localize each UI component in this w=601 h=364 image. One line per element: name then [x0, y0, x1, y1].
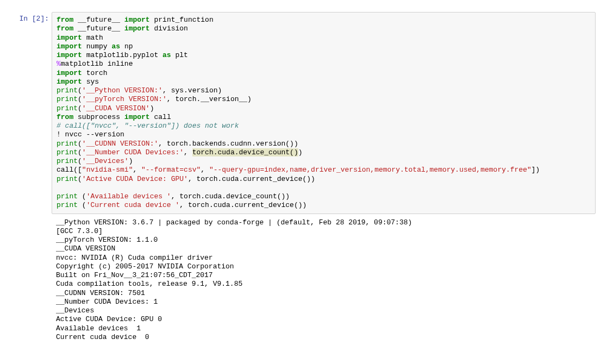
- code-line-21: print ('Available devices ', torch.cuda.…: [57, 192, 591, 201]
- input-prompt: In [2]:: [5, 12, 52, 214]
- output-line: __Devices: [56, 306, 591, 315]
- output-line: Copyright (c) 2005-2017 NVIDIA Corporati…: [56, 262, 591, 271]
- code-line-15: print('__CUDNN VERSION:', torch.backends…: [57, 140, 591, 148]
- code-line-19: print('Active CUDA Device: GPU', torch.c…: [57, 175, 591, 184]
- notebook-output-cell: __Python VERSION: 3.6.7 | packaged by co…: [5, 215, 596, 346]
- output-line: Available devices 1: [56, 324, 591, 333]
- code-line-16: print('__Number CUDA Devices:', torch.cu…: [57, 148, 591, 157]
- output-line: __CUDA VERSION: [56, 244, 591, 253]
- code-line-2: from __future__ import division: [57, 24, 591, 33]
- output-line: Built on Fri_Nov__3_21:07:56_CDT_2017: [56, 271, 591, 280]
- code-line-20: [57, 184, 591, 192]
- notebook-code-cell: In [2]: from __future__ import print_fun…: [5, 12, 596, 214]
- code-line-22: print ('Current cuda device ', torch.cud…: [57, 201, 591, 210]
- code-line-9: print('__Python VERSION:', sys.version): [57, 86, 591, 95]
- code-line-13: # call(["nvcc", "--version"]) does not w…: [57, 122, 591, 130]
- output-line: __Number CUDA Devices: 1: [56, 298, 591, 306]
- code-line-4: import numpy as np: [57, 42, 591, 51]
- code-line-12: from subprocess import call: [57, 113, 591, 122]
- output-line: [GCC 7.3.0]: [56, 227, 591, 236]
- code-line-6: %matplotlib inline: [57, 60, 591, 68]
- code-line-5: import matplotlib.pyplot as plt: [57, 51, 591, 60]
- output-line: __Python VERSION: 3.6.7 | packaged by co…: [56, 218, 591, 227]
- output-prompt: [5, 215, 52, 346]
- code-line-14: ! nvcc --version: [57, 130, 591, 139]
- code-line-1: from __future__ import print_function: [57, 16, 591, 24]
- output-line: Cuda compilation tools, release 9.1, V9.…: [56, 280, 591, 288]
- output-line: Active CUDA Device: GPU 0: [56, 315, 591, 324]
- code-line-8: import sys: [57, 78, 591, 86]
- code-line-7: import torch: [57, 69, 591, 78]
- code-line-17: print('__Devices'): [57, 157, 591, 166]
- code-line-10: print('__pyTorch VERSION:', torch.__vers…: [57, 95, 591, 104]
- output-line: Current cuda device 0: [56, 333, 591, 342]
- output-line: nvcc: NVIDIA (R) Cuda compiler driver: [56, 254, 591, 262]
- code-output-area: __Python VERSION: 3.6.7 | packaged by co…: [52, 215, 596, 346]
- code-input-area[interactable]: from __future__ import print_function fr…: [52, 12, 596, 214]
- code-line-18: call(["nvidia-smi", "--format=csv", "--q…: [57, 166, 591, 174]
- code-line-3: import math: [57, 34, 591, 42]
- output-line: __pyTorch VERSION: 1.1.0: [56, 236, 591, 244]
- output-line: __CUDNN VERSION: 7501: [56, 289, 591, 298]
- code-line-11: print('__CUDA VERSION'): [57, 104, 591, 113]
